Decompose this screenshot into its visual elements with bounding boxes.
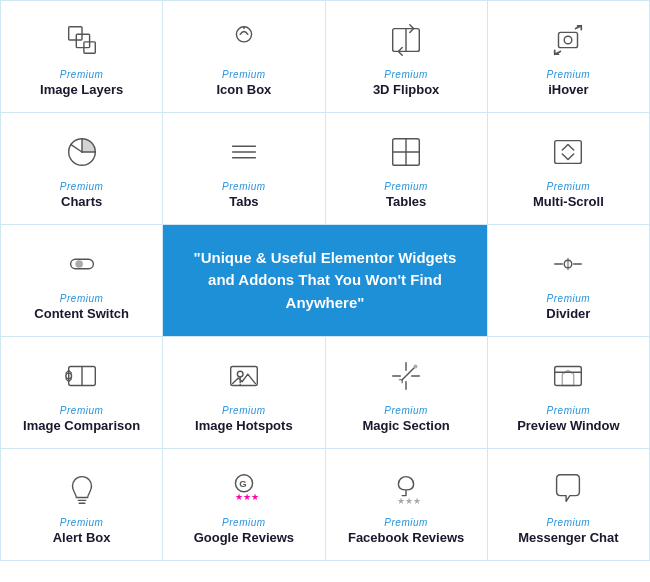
svg-point-29 [237,371,243,377]
widget-label: Image Hotspots [195,418,293,434]
svg-text:G: G [239,478,246,489]
facebook-reviews-icon: ★★★ [383,465,429,511]
premium-label: Premium [60,517,104,528]
content-switch-icon [59,241,105,287]
image-hotspots-icon [221,353,267,399]
premium-label: Premium [384,69,428,80]
cell-image-comparison[interactable]: Premium Image Comparison [1,337,163,449]
premium-label: Premium [547,69,591,80]
widget-label: iHover [548,82,588,98]
svg-rect-1 [76,35,89,48]
cell-ihover[interactable]: Premium iHover [488,1,650,113]
svg-rect-7 [559,33,578,48]
premium-label: Premium [222,181,266,192]
premium-label: Premium [222,405,266,416]
icon-box-icon [221,17,267,63]
cell-magic-section[interactable]: Premium Magic Section [326,337,488,449]
widget-label: Tabs [229,194,258,210]
svg-rect-37 [555,367,582,386]
image-layers-icon [59,17,105,63]
premium-label: Premium [384,517,428,528]
premium-label: Premium [60,181,104,192]
svg-text:★★★: ★★★ [397,496,421,506]
quote-text: "Unique & Useful Elementor Widgets and A… [181,247,469,315]
cell-messenger-chat[interactable]: Premium Messenger Chat [488,449,650,561]
premium-label: Premium [60,293,104,304]
premium-label: Premium [547,293,591,304]
premium-label: Premium [384,181,428,192]
cell-facebook-reviews[interactable]: ★★★ Premium Facebook Reviews [326,449,488,561]
svg-point-8 [565,36,573,44]
widget-label: Charts [61,194,102,210]
alert-box-icon [59,465,105,511]
cell-divider[interactable]: Premium Divider [488,225,650,337]
cell-tables[interactable]: Premium Tables [326,113,488,225]
premium-label: Premium [222,517,266,528]
widget-label: Multi-Scroll [533,194,604,210]
widget-label: Content Switch [34,306,129,322]
premium-label: Premium [60,405,104,416]
image-comparison-icon [59,353,105,399]
svg-rect-0 [68,27,81,40]
cell-content-switch[interactable]: Premium Content Switch [1,225,163,337]
premium-label: Premium [384,405,428,416]
widget-label: Preview Window [517,418,619,434]
svg-text:★★★: ★★★ [234,493,258,503]
widget-label: Alert Box [53,530,111,546]
magic-section-icon [383,353,429,399]
cell-3d-flipbox[interactable]: Premium 3D Flipbox [326,1,488,113]
widget-grid: Premium Image Layers Premium Icon Box Pr… [0,0,650,561]
divider-icon [545,241,591,287]
widget-label: Messenger Chat [518,530,618,546]
google-reviews-icon: G ★★★ [221,465,267,511]
cell-charts[interactable]: Premium Charts [1,113,163,225]
ihover-icon [545,17,591,63]
cell-preview-window[interactable]: Premium Preview Window [488,337,650,449]
preview-window-icon [545,353,591,399]
tabs-icon [221,129,267,175]
cell-tabs[interactable]: Premium Tabs [163,113,325,225]
premium-label: Premium [547,405,591,416]
widget-label: Facebook Reviews [348,530,464,546]
widget-label: Divider [546,306,590,322]
flipbox-icon [383,17,429,63]
svg-rect-28 [231,367,258,386]
quote-banner: "Unique & Useful Elementor Widgets and A… [163,225,488,337]
widget-label: Icon Box [216,82,271,98]
multi-scroll-icon [545,129,591,175]
tables-icon [383,129,429,175]
cell-google-reviews[interactable]: G ★★★ Premium Google Reviews [163,449,325,561]
widget-label: Image Layers [40,82,123,98]
cell-icon-box[interactable]: Premium Icon Box [163,1,325,113]
cell-alert-box[interactable]: Premium Alert Box [1,449,163,561]
svg-point-20 [75,260,83,268]
messenger-chat-icon [545,465,591,511]
widget-label: Tables [386,194,426,210]
widget-label: 3D Flipbox [373,82,439,98]
premium-label: Premium [222,69,266,80]
cell-image-hotspots[interactable]: Premium Image Hotspots [163,337,325,449]
widget-label: Image Comparison [23,418,140,434]
svg-line-35 [402,367,415,380]
svg-point-36 [414,365,418,369]
charts-icon [59,129,105,175]
premium-label: Premium [547,181,591,192]
cell-image-layers[interactable]: Premium Image Layers [1,1,163,113]
premium-label: Premium [60,69,104,80]
premium-label: Premium [547,517,591,528]
cell-multi-scroll[interactable]: Premium Multi-Scroll [488,113,650,225]
widget-label: Google Reviews [194,530,294,546]
widget-label: Magic Section [362,418,449,434]
